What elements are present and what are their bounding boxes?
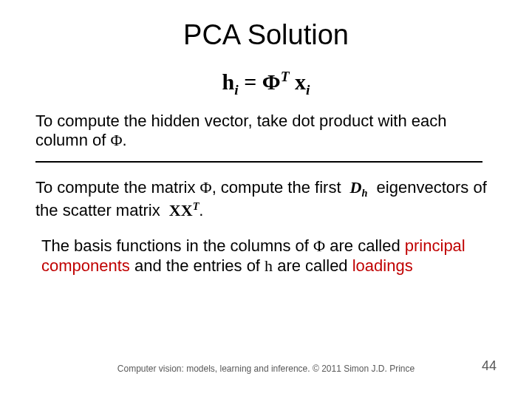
- para2-text-a: To compute the matrix: [35, 178, 200, 197]
- para3-h: h: [265, 256, 273, 275]
- para3-text-a: The basis functions in the columns of: [41, 236, 313, 255]
- eq-phi-sup: T: [281, 69, 290, 84]
- para-2: To compute the matrix Φ, compute the fir…: [35, 177, 497, 221]
- para2-phi: Φ: [200, 178, 212, 197]
- equation: hi = ΦT xi: [35, 69, 497, 98]
- para-1: To compute the hidden vector, take dot p…: [35, 112, 497, 151]
- slide-title: PCA Solution: [35, 19, 497, 51]
- para-3: The basis functions in the columns of Φ …: [41, 236, 497, 276]
- slide: PCA Solution hi = ΦT xi To compute the h…: [0, 0, 532, 399]
- eq-x: x: [295, 69, 306, 94]
- para1-text-a: To compute the hidden vector, take dot p…: [35, 112, 446, 149]
- eq-h: h: [222, 69, 235, 94]
- page-number: 44: [482, 358, 497, 374]
- footer-text: Computer vision: models, learning and in…: [0, 364, 532, 374]
- para1-text-b: .: [123, 131, 127, 149]
- para2-Dh-h: h: [362, 187, 368, 199]
- para2-Dh-D: D: [350, 178, 362, 197]
- eq-x-sub: i: [306, 82, 310, 98]
- para2-XXT-X2: X: [181, 201, 193, 219]
- para3-text-c: and the entries of: [130, 256, 265, 275]
- para3-text-d: are called: [273, 256, 352, 275]
- eq-phi: Φ: [262, 69, 281, 94]
- eq-h-sub: i: [234, 82, 238, 98]
- para3-text-b: are called: [325, 236, 405, 255]
- eq-eq: =: [244, 69, 262, 94]
- para2-XXT: XXT: [169, 201, 200, 219]
- para2-text-d: .: [199, 201, 203, 219]
- para2-XXT-X1: X: [169, 201, 181, 219]
- para3-loadings: loadings: [352, 256, 413, 275]
- divider: [35, 161, 482, 163]
- para3-phi: Φ: [313, 236, 325, 255]
- para1-phi: Φ: [111, 131, 123, 149]
- para2-Dh: Dh: [350, 178, 368, 197]
- para2-text-b: , compute the first: [212, 178, 346, 197]
